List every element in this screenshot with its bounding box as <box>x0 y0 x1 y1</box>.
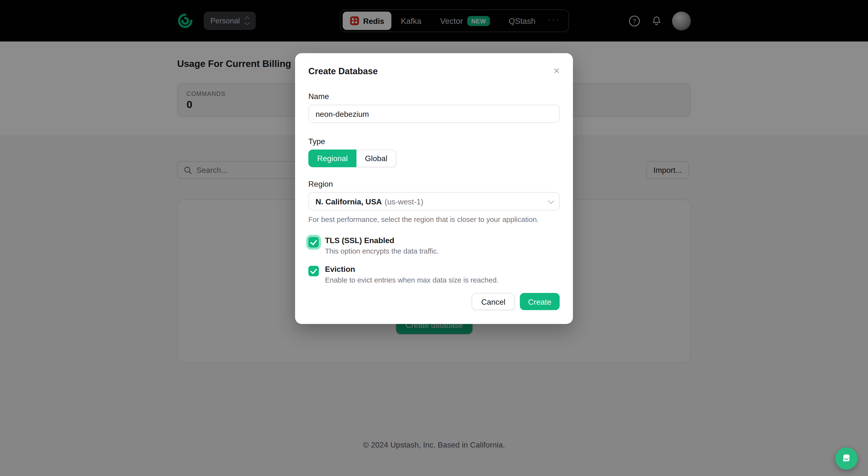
eviction-description: Enable to evict entries when max data si… <box>325 276 499 284</box>
create-button[interactable]: Create <box>520 293 560 310</box>
region-value: N. California, USA <box>315 197 382 206</box>
eviction-checkbox[interactable] <box>308 266 319 276</box>
close-icon[interactable]: × <box>553 66 560 75</box>
name-field-group: Name <box>308 92 560 123</box>
name-label: Name <box>308 92 560 101</box>
modal-title: Create Database <box>308 66 378 77</box>
tls-checkbox[interactable] <box>308 237 319 247</box>
chevron-down-icon <box>548 197 554 204</box>
region-field-group: Region N. California, USA (us-west-1) Fo… <box>308 179 560 224</box>
region-code: (us-west-1) <box>384 197 423 206</box>
region-help-text: For best performance, select the region … <box>308 215 560 224</box>
tls-option-row: TLS (SSL) Enabled This option encrypts t… <box>308 236 560 255</box>
region-label: Region <box>308 179 560 188</box>
eviction-option-row: Eviction Enable to evict entries when ma… <box>308 265 560 284</box>
type-label: Type <box>308 137 560 146</box>
create-database-modal: Create Database × Name Type Regional Glo… <box>295 53 573 324</box>
database-name-input[interactable] <box>308 105 560 123</box>
modal-header: Create Database × <box>308 66 560 77</box>
type-option-global[interactable]: Global <box>356 149 396 167</box>
modal-actions: Cancel Create <box>308 293 560 310</box>
type-segmented-control: Regional Global <box>308 149 396 167</box>
eviction-title: Eviction <box>325 265 499 274</box>
region-select[interactable]: N. California, USA (us-west-1) <box>308 192 560 210</box>
tls-title: TLS (SSL) Enabled <box>325 236 439 245</box>
cancel-button[interactable]: Cancel <box>472 293 515 310</box>
type-field-group: Type Regional Global <box>308 137 560 167</box>
screen: Personal Redis Kafka Vector NEW QStash · <box>0 0 868 476</box>
tls-description: This option encrypts the data traffic. <box>325 247 439 255</box>
eviction-texts: Eviction Enable to evict entries when ma… <box>325 265 499 284</box>
type-option-regional[interactable]: Regional <box>308 149 356 167</box>
viewport: Personal Redis Kafka Vector NEW QStash · <box>0 0 868 476</box>
tls-texts: TLS (SSL) Enabled This option encrypts t… <box>325 236 439 255</box>
chat-bubble-icon <box>840 452 852 465</box>
chat-widget-button[interactable] <box>835 448 858 470</box>
